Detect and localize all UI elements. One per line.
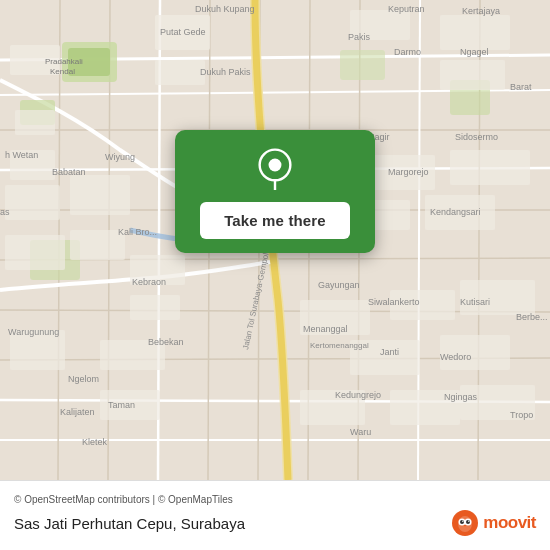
svg-rect-35 bbox=[70, 175, 130, 215]
svg-text:Dukuh Kupang: Dukuh Kupang bbox=[195, 4, 255, 14]
svg-rect-41 bbox=[450, 150, 530, 185]
svg-text:Babatan: Babatan bbox=[52, 167, 86, 177]
svg-text:Kedungrejo: Kedungrejo bbox=[335, 390, 381, 400]
moovit-brand-text: moovit bbox=[483, 513, 536, 533]
svg-rect-32 bbox=[440, 15, 510, 50]
svg-text:Kalijaten: Kalijaten bbox=[60, 407, 95, 417]
svg-rect-39 bbox=[130, 295, 180, 320]
svg-text:Putat Gede: Putat Gede bbox=[160, 27, 206, 37]
svg-text:Kendangsari: Kendangsari bbox=[430, 207, 481, 217]
svg-text:Margorejo: Margorejo bbox=[388, 167, 429, 177]
svg-text:h Wetan: h Wetan bbox=[5, 150, 38, 160]
svg-point-105 bbox=[462, 521, 463, 522]
moovit-logo: moovit bbox=[451, 509, 536, 537]
svg-text:Janti: Janti bbox=[380, 347, 399, 357]
svg-text:Warugunung: Warugunung bbox=[8, 327, 59, 337]
svg-text:Kletek: Kletek bbox=[82, 437, 108, 447]
take-me-there-button[interactable]: Take me there bbox=[200, 202, 350, 239]
svg-rect-30 bbox=[155, 60, 205, 85]
svg-text:Kendal: Kendal bbox=[50, 67, 75, 76]
svg-text:Berbe...: Berbe... bbox=[516, 312, 548, 322]
svg-text:Kertomenanggal: Kertomenanggal bbox=[310, 341, 369, 350]
svg-rect-33 bbox=[440, 60, 505, 90]
moovit-owl-icon bbox=[451, 509, 479, 537]
svg-text:as: as bbox=[0, 207, 10, 217]
bottom-info-bar: © OpenStreetMap contributors | © OpenMap… bbox=[0, 480, 550, 550]
svg-text:Dukuh Pakis: Dukuh Pakis bbox=[200, 67, 251, 77]
svg-text:Kali Bro...: Kali Bro... bbox=[118, 227, 157, 237]
svg-text:Siwalankerto: Siwalankerto bbox=[368, 297, 420, 307]
svg-text:Tropo: Tropo bbox=[510, 410, 533, 420]
svg-rect-34 bbox=[5, 185, 60, 220]
svg-text:Sidosermo: Sidosermo bbox=[455, 132, 498, 142]
svg-text:Ngagel: Ngagel bbox=[460, 47, 489, 57]
svg-text:Bebekan: Bebekan bbox=[148, 337, 184, 347]
svg-text:Barat: Barat bbox=[510, 82, 532, 92]
svg-text:Wiyung: Wiyung bbox=[105, 152, 135, 162]
location-name: Sas Jati Perhutan Cepu, Surabaya bbox=[14, 515, 245, 532]
svg-text:Kertajaya: Kertajaya bbox=[462, 6, 500, 16]
svg-text:Ngelom: Ngelom bbox=[68, 374, 99, 384]
svg-text:Waru: Waru bbox=[350, 427, 371, 437]
svg-text:Pradahkali: Pradahkali bbox=[45, 57, 83, 66]
svg-rect-27 bbox=[15, 110, 55, 135]
svg-text:Ngingas: Ngingas bbox=[444, 392, 478, 402]
map-attribution: © OpenStreetMap contributors | © OpenMap… bbox=[14, 494, 536, 505]
svg-text:Wedoro: Wedoro bbox=[440, 352, 471, 362]
svg-rect-23 bbox=[340, 50, 385, 80]
svg-rect-36 bbox=[5, 235, 65, 270]
svg-text:Darmo: Darmo bbox=[394, 47, 421, 57]
svg-rect-37 bbox=[70, 230, 125, 260]
svg-text:Gayungan: Gayungan bbox=[318, 280, 360, 290]
svg-text:Keputran: Keputran bbox=[388, 4, 425, 14]
svg-text:Taman: Taman bbox=[108, 400, 135, 410]
svg-point-103 bbox=[460, 520, 464, 524]
svg-point-106 bbox=[468, 521, 469, 522]
svg-point-104 bbox=[466, 520, 470, 524]
location-popup: Take me there bbox=[175, 130, 375, 253]
map-view: Dukuh Kupang Keputran Kertajaya Pakis Da… bbox=[0, 0, 550, 480]
svg-text:Kebraon: Kebraon bbox=[132, 277, 166, 287]
location-pin-icon bbox=[254, 148, 296, 190]
svg-text:Menanggal: Menanggal bbox=[303, 324, 348, 334]
svg-point-98 bbox=[269, 159, 282, 172]
svg-text:Pakis: Pakis bbox=[348, 32, 371, 42]
svg-text:Kutisari: Kutisari bbox=[460, 297, 490, 307]
